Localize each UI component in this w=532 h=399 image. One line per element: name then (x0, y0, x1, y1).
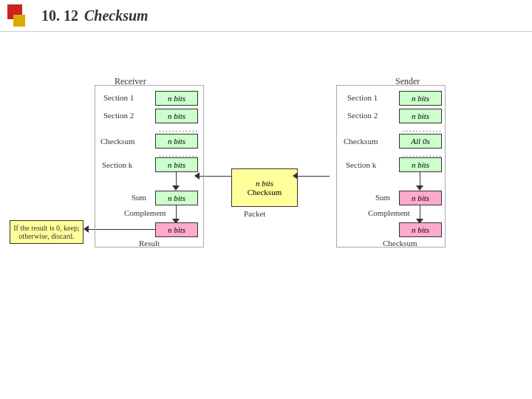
packet-to-receiver-arrow-h (200, 176, 231, 177)
if-result-text: If the result is 0, keep;otherwise, disc… (13, 224, 79, 240)
receiver-arrow-head-left (83, 225, 89, 233)
section-number: 10. 12 (41, 7, 78, 24)
sender-to-packet-arrow-h (298, 176, 330, 177)
packet-checksum-label: Checksum (248, 188, 282, 197)
diagram: Receiver Sender Section 1 n bits Section… (0, 32, 532, 399)
logo (7, 4, 34, 27)
packet-nbits: n bits (256, 179, 273, 188)
packet-label: Packet (244, 209, 265, 218)
checksum-packet-box: n bits Checksum (231, 168, 298, 207)
if-result-box: If the result is 0, keep;otherwise, disc… (10, 220, 83, 244)
logo-yellow (13, 15, 25, 27)
sender-to-packet-arrowhead (293, 172, 298, 180)
page-title: Checksum (84, 7, 149, 24)
receiver-border (95, 85, 204, 248)
sender-border (336, 85, 446, 248)
header: 10. 12 Checksum (0, 0, 532, 32)
